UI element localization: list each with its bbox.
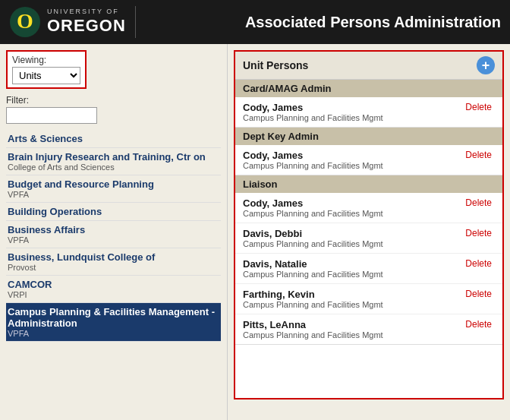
unit-name: Business Affairs [8,224,219,235]
person-info: Davis, DebbiCampus Planning and Faciliti… [243,228,462,248]
person-dept: Campus Planning and Facilities Mgmt [243,300,462,309]
delete-person-button[interactable]: Delete [462,102,495,112]
delete-person-button[interactable]: Delete [462,228,495,238]
person-name: Davis, Debbi [243,228,462,239]
filter-label: Filter: [6,95,221,106]
person-dept: Campus Planning and Facilities Mgmt [243,113,462,122]
unit-list: Arts & SciencesBrain Injury Research and… [6,130,221,342]
uo-logo-icon: O [9,6,41,38]
unit-list-item[interactable]: Business AffairsVPFA [6,221,221,248]
unit-name: Campus Planning & Facilities Management … [8,306,219,329]
role-section: Card/AMAG AdminCody, JamesCampus Plannin… [235,80,502,128]
viewing-section: Viewing: Units Persons [6,50,87,89]
unit-name: Business, Lundquist College of [8,251,219,263]
role-header: Liaison [235,175,502,193]
delete-person-button[interactable]: Delete [462,197,495,208]
person-row: Pitts, LeAnnaCampus Planning and Facilit… [235,314,502,344]
unit-sub: VPFA [8,329,219,338]
delete-person-button[interactable]: Delete [462,319,495,330]
unit-list-item[interactable]: Building Operations [6,203,221,221]
role-header: Card/AMAG Admin [235,80,502,97]
person-dept: Campus Planning and Facilities Mgmt [243,161,462,170]
unit-list-item[interactable]: Campus Planning & Facilities Management … [6,303,221,342]
person-row: Cody, JamesCampus Planning and Facilitie… [235,97,502,127]
delete-person-button[interactable]: Delete [462,289,495,299]
svg-text:O: O [17,9,33,33]
unit-sub: College of Arts and Sciences [8,163,219,172]
page-title: Associated Persons Administration [245,14,501,31]
person-dept: Campus Planning and Facilities Mgmt [243,209,462,218]
person-row: Davis, DebbiCampus Planning and Faciliti… [235,223,502,254]
person-info: Cody, JamesCampus Planning and Facilitie… [243,102,462,122]
unit-name: Building Operations [8,206,219,217]
person-name: Cody, James [243,150,462,161]
person-name: Davis, Natalie [243,258,462,270]
left-panel: Viewing: Units Persons Filter: Arts & Sc… [0,44,228,420]
person-dept: Campus Planning and Facilities Mgmt [243,270,462,279]
viewing-label: Viewing: [12,55,80,65]
unit-persons-title: Unit Persons [243,59,308,71]
right-inner: Unit Persons + Card/AMAG AdminCody, Jame… [234,50,504,399]
right-panel-header: Unit Persons + [235,52,502,80]
filter-section: Filter: [6,95,221,124]
unit-list-item[interactable]: Brain Injury Research and Training, Ctr … [6,148,221,175]
person-name: Farthing, Kevin [243,289,462,300]
role-header: Dept Key Admin [235,128,502,145]
viewing-select[interactable]: Units Persons [12,67,80,84]
roles-container: Card/AMAG AdminCody, JamesCampus Plannin… [235,80,502,345]
right-panel: Unit Persons + Card/AMAG AdminCody, Jame… [228,44,510,420]
university-line2: OREGON [47,16,126,36]
person-info: Pitts, LeAnnaCampus Planning and Facilit… [243,319,462,339]
unit-list-item[interactable]: Budget and Resource PlanningVPFA [6,175,221,203]
delete-person-button[interactable]: Delete [462,258,495,269]
filter-input[interactable] [6,107,97,124]
unit-sub: VRPI [8,290,219,299]
role-section: Dept Key AdminCody, JamesCampus Planning… [235,128,502,175]
unit-name: Brain Injury Research and Training, Ctr … [8,151,219,163]
unit-sub: VPFA [8,190,219,199]
person-name: Cody, James [243,197,462,209]
person-row: Davis, NatalieCampus Planning and Facili… [235,254,502,284]
delete-person-button[interactable]: Delete [462,150,495,160]
unit-name: CAMCOR [8,279,219,290]
unit-list-item[interactable]: Business, Lundquist College ofProvost [6,248,221,276]
add-person-button[interactable]: + [477,56,495,74]
university-line1: UNIVERSITY OF [47,8,126,16]
person-row: Farthing, KevinCampus Planning and Facil… [235,284,502,314]
person-row: Cody, JamesCampus Planning and Facilitie… [235,145,502,175]
unit-list-item[interactable]: Arts & Sciences [6,130,221,148]
main-content: Viewing: Units Persons Filter: Arts & Sc… [0,44,510,420]
role-section: LiaisonCody, JamesCampus Planning and Fa… [235,175,502,345]
person-info: Farthing, KevinCampus Planning and Facil… [243,289,462,309]
person-info: Cody, JamesCampus Planning and Facilitie… [243,150,462,170]
person-name: Pitts, LeAnna [243,319,462,330]
person-row: Cody, JamesCampus Planning and Facilitie… [235,193,502,223]
unit-sub: VPFA [8,235,219,245]
unit-name: Budget and Resource Planning [8,178,219,190]
person-name: Cody, James [243,102,462,113]
person-dept: Campus Planning and Facilities Mgmt [243,330,462,339]
person-info: Davis, NatalieCampus Planning and Facili… [243,258,462,279]
person-dept: Campus Planning and Facilities Mgmt [243,239,462,248]
unit-sub: Provost [8,263,219,272]
person-info: Cody, JamesCampus Planning and Facilitie… [243,197,462,218]
unit-list-item[interactable]: CAMCORVRPI [6,276,221,303]
logo-text: UNIVERSITY OF OREGON [47,8,126,36]
unit-name: Arts & Sciences [8,133,219,144]
logo-container: O UNIVERSITY OF OREGON [9,6,136,38]
app-header: O UNIVERSITY OF OREGON Associated Person… [0,0,510,44]
